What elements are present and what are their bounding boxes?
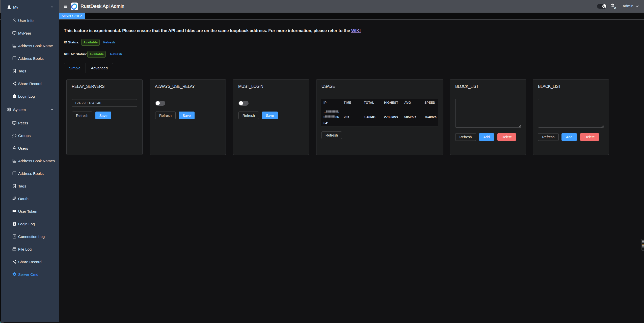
svg-text:A: A bbox=[614, 6, 616, 10]
